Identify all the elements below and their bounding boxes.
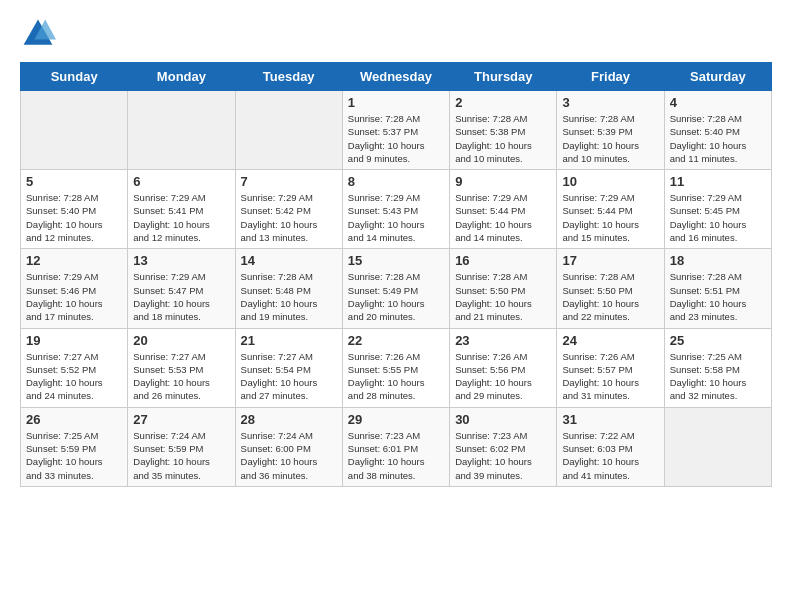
day-number: 11 [670,174,766,189]
day-cell: 11Sunrise: 7:29 AM Sunset: 5:45 PM Dayli… [664,170,771,249]
day-info: Sunrise: 7:29 AM Sunset: 5:41 PM Dayligh… [133,191,229,244]
day-info: Sunrise: 7:28 AM Sunset: 5:50 PM Dayligh… [562,270,658,323]
day-number: 9 [455,174,551,189]
day-info: Sunrise: 7:28 AM Sunset: 5:39 PM Dayligh… [562,112,658,165]
day-number: 23 [455,333,551,348]
week-row-1: 1Sunrise: 7:28 AM Sunset: 5:37 PM Daylig… [21,91,772,170]
day-number: 3 [562,95,658,110]
day-header-sunday: Sunday [21,63,128,91]
day-info: Sunrise: 7:29 AM Sunset: 5:42 PM Dayligh… [241,191,337,244]
day-info: Sunrise: 7:29 AM Sunset: 5:44 PM Dayligh… [455,191,551,244]
day-cell: 10Sunrise: 7:29 AM Sunset: 5:44 PM Dayli… [557,170,664,249]
day-info: Sunrise: 7:28 AM Sunset: 5:40 PM Dayligh… [670,112,766,165]
day-number: 7 [241,174,337,189]
week-row-2: 5Sunrise: 7:28 AM Sunset: 5:40 PM Daylig… [21,170,772,249]
day-info: Sunrise: 7:28 AM Sunset: 5:51 PM Dayligh… [670,270,766,323]
day-number: 16 [455,253,551,268]
day-info: Sunrise: 7:26 AM Sunset: 5:57 PM Dayligh… [562,350,658,403]
day-number: 17 [562,253,658,268]
page: SundayMondayTuesdayWednesdayThursdayFrid… [0,0,792,507]
day-info: Sunrise: 7:28 AM Sunset: 5:38 PM Dayligh… [455,112,551,165]
day-cell: 1Sunrise: 7:28 AM Sunset: 5:37 PM Daylig… [342,91,449,170]
day-cell: 7Sunrise: 7:29 AM Sunset: 5:42 PM Daylig… [235,170,342,249]
day-cell [235,91,342,170]
day-number: 10 [562,174,658,189]
day-header-wednesday: Wednesday [342,63,449,91]
day-cell: 28Sunrise: 7:24 AM Sunset: 6:00 PM Dayli… [235,407,342,486]
day-cell: 6Sunrise: 7:29 AM Sunset: 5:41 PM Daylig… [128,170,235,249]
day-cell: 3Sunrise: 7:28 AM Sunset: 5:39 PM Daylig… [557,91,664,170]
day-cell: 12Sunrise: 7:29 AM Sunset: 5:46 PM Dayli… [21,249,128,328]
day-cell: 17Sunrise: 7:28 AM Sunset: 5:50 PM Dayli… [557,249,664,328]
day-header-saturday: Saturday [664,63,771,91]
day-info: Sunrise: 7:28 AM Sunset: 5:40 PM Dayligh… [26,191,122,244]
day-number: 27 [133,412,229,427]
day-number: 25 [670,333,766,348]
day-number: 29 [348,412,444,427]
day-info: Sunrise: 7:26 AM Sunset: 5:55 PM Dayligh… [348,350,444,403]
day-number: 30 [455,412,551,427]
day-number: 18 [670,253,766,268]
day-info: Sunrise: 7:29 AM Sunset: 5:43 PM Dayligh… [348,191,444,244]
day-number: 12 [26,253,122,268]
day-cell: 14Sunrise: 7:28 AM Sunset: 5:48 PM Dayli… [235,249,342,328]
day-info: Sunrise: 7:29 AM Sunset: 5:44 PM Dayligh… [562,191,658,244]
day-number: 20 [133,333,229,348]
day-info: Sunrise: 7:28 AM Sunset: 5:37 PM Dayligh… [348,112,444,165]
day-cell: 20Sunrise: 7:27 AM Sunset: 5:53 PM Dayli… [128,328,235,407]
day-cell: 27Sunrise: 7:24 AM Sunset: 5:59 PM Dayli… [128,407,235,486]
day-cell: 8Sunrise: 7:29 AM Sunset: 5:43 PM Daylig… [342,170,449,249]
day-number: 2 [455,95,551,110]
day-info: Sunrise: 7:25 AM Sunset: 5:59 PM Dayligh… [26,429,122,482]
day-cell: 15Sunrise: 7:28 AM Sunset: 5:49 PM Dayli… [342,249,449,328]
header-row: SundayMondayTuesdayWednesdayThursdayFrid… [21,63,772,91]
day-cell: 21Sunrise: 7:27 AM Sunset: 5:54 PM Dayli… [235,328,342,407]
day-info: Sunrise: 7:22 AM Sunset: 6:03 PM Dayligh… [562,429,658,482]
day-info: Sunrise: 7:23 AM Sunset: 6:02 PM Dayligh… [455,429,551,482]
day-info: Sunrise: 7:24 AM Sunset: 5:59 PM Dayligh… [133,429,229,482]
day-cell: 9Sunrise: 7:29 AM Sunset: 5:44 PM Daylig… [450,170,557,249]
week-row-3: 12Sunrise: 7:29 AM Sunset: 5:46 PM Dayli… [21,249,772,328]
day-info: Sunrise: 7:28 AM Sunset: 5:50 PM Dayligh… [455,270,551,323]
day-number: 31 [562,412,658,427]
day-cell: 29Sunrise: 7:23 AM Sunset: 6:01 PM Dayli… [342,407,449,486]
logo [20,16,60,52]
day-cell: 26Sunrise: 7:25 AM Sunset: 5:59 PM Dayli… [21,407,128,486]
day-number: 6 [133,174,229,189]
day-info: Sunrise: 7:29 AM Sunset: 5:47 PM Dayligh… [133,270,229,323]
day-info: Sunrise: 7:24 AM Sunset: 6:00 PM Dayligh… [241,429,337,482]
header [20,16,772,52]
day-number: 14 [241,253,337,268]
day-info: Sunrise: 7:28 AM Sunset: 5:49 PM Dayligh… [348,270,444,323]
day-number: 19 [26,333,122,348]
day-cell: 31Sunrise: 7:22 AM Sunset: 6:03 PM Dayli… [557,407,664,486]
day-cell: 2Sunrise: 7:28 AM Sunset: 5:38 PM Daylig… [450,91,557,170]
day-cell: 16Sunrise: 7:28 AM Sunset: 5:50 PM Dayli… [450,249,557,328]
day-header-friday: Friday [557,63,664,91]
day-cell: 30Sunrise: 7:23 AM Sunset: 6:02 PM Dayli… [450,407,557,486]
day-number: 8 [348,174,444,189]
day-header-monday: Monday [128,63,235,91]
day-info: Sunrise: 7:29 AM Sunset: 5:45 PM Dayligh… [670,191,766,244]
day-cell: 5Sunrise: 7:28 AM Sunset: 5:40 PM Daylig… [21,170,128,249]
day-info: Sunrise: 7:23 AM Sunset: 6:01 PM Dayligh… [348,429,444,482]
day-number: 5 [26,174,122,189]
day-header-tuesday: Tuesday [235,63,342,91]
week-row-4: 19Sunrise: 7:27 AM Sunset: 5:52 PM Dayli… [21,328,772,407]
day-number: 13 [133,253,229,268]
calendar-table: SundayMondayTuesdayWednesdayThursdayFrid… [20,62,772,487]
day-number: 21 [241,333,337,348]
day-cell: 4Sunrise: 7:28 AM Sunset: 5:40 PM Daylig… [664,91,771,170]
day-info: Sunrise: 7:25 AM Sunset: 5:58 PM Dayligh… [670,350,766,403]
day-cell [664,407,771,486]
day-number: 15 [348,253,444,268]
day-info: Sunrise: 7:26 AM Sunset: 5:56 PM Dayligh… [455,350,551,403]
week-row-5: 26Sunrise: 7:25 AM Sunset: 5:59 PM Dayli… [21,407,772,486]
day-number: 1 [348,95,444,110]
day-number: 22 [348,333,444,348]
day-number: 28 [241,412,337,427]
day-info: Sunrise: 7:29 AM Sunset: 5:46 PM Dayligh… [26,270,122,323]
day-info: Sunrise: 7:28 AM Sunset: 5:48 PM Dayligh… [241,270,337,323]
day-cell: 25Sunrise: 7:25 AM Sunset: 5:58 PM Dayli… [664,328,771,407]
day-cell: 22Sunrise: 7:26 AM Sunset: 5:55 PM Dayli… [342,328,449,407]
